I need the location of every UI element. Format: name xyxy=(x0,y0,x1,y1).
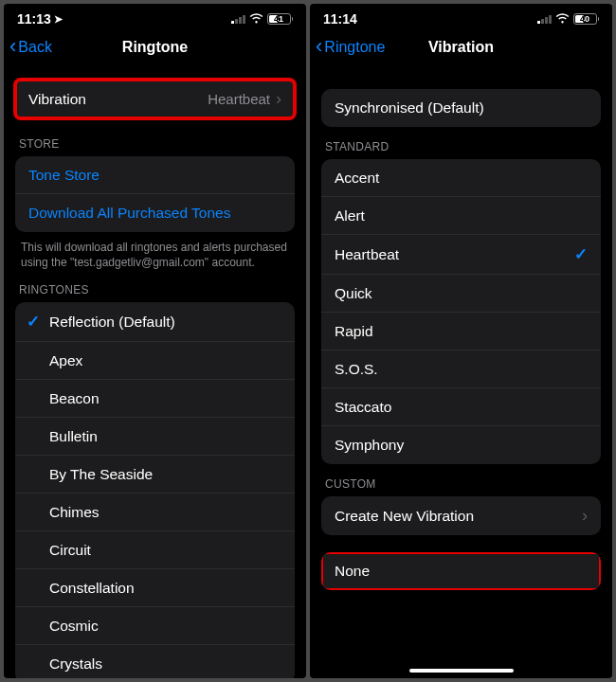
ringtone-label: Beacon xyxy=(47,390,100,407)
synchronised-row[interactable]: Synchronised (Default) xyxy=(321,89,601,127)
vibration-label: Quick xyxy=(335,285,372,302)
chevron-left-icon: ‹ xyxy=(316,36,322,57)
create-vibration-row[interactable]: Create New Vibration › xyxy=(321,496,601,535)
vibration-row-group: Vibration Heartbeat › xyxy=(15,80,295,118)
ringtone-label: Bulletin xyxy=(47,428,98,445)
ringtone-row[interactable]: Circuit xyxy=(15,531,295,569)
ringtones-group: ✓Reflection (Default)ApexBeaconBulletinB… xyxy=(15,302,295,678)
ringtone-row[interactable]: Bulletin xyxy=(15,418,295,456)
chevron-right-icon: › xyxy=(582,506,588,526)
standard-header: STANDARD xyxy=(321,127,601,159)
synchronised-group: Synchronised (Default) xyxy=(321,89,601,127)
ringtone-row[interactable]: By The Seaside xyxy=(15,456,295,494)
vibration-row[interactable]: Alert xyxy=(321,197,601,235)
back-button[interactable]: ‹ Ringtone xyxy=(316,38,385,57)
ringtone-label: Chimes xyxy=(47,504,100,521)
status-time: 11:13 xyxy=(17,11,51,27)
back-label: Back xyxy=(18,39,52,56)
vibration-row[interactable]: Heartbeat✓ xyxy=(321,235,601,275)
vibration-row[interactable]: Vibration Heartbeat › xyxy=(15,80,295,118)
vibration-value: Heartbeat xyxy=(208,91,270,107)
ringtone-label: Cosmic xyxy=(47,618,99,635)
wifi-icon xyxy=(249,12,263,27)
status-bar: 11:14 40 xyxy=(310,4,612,30)
ringtone-row[interactable]: Apex xyxy=(15,342,295,380)
signal-icon xyxy=(231,15,245,24)
vibration-row[interactable]: Symphony xyxy=(321,426,601,464)
ringtone-label: Circuit xyxy=(47,542,91,559)
ringtone-row[interactable]: Chimes xyxy=(15,494,295,531)
vibration-screen: 11:14 40 ‹ Ringtone Vibration Synchronis… xyxy=(310,4,612,678)
custom-header: CUSTOM xyxy=(321,464,601,496)
ringtone-label: Crystals xyxy=(47,655,102,673)
ringtone-row[interactable]: Constellation xyxy=(15,569,295,607)
checkmark-icon: ✓ xyxy=(574,244,588,264)
ringtone-label: Constellation xyxy=(47,580,135,597)
nav-bar: ‹ Ringtone Vibration xyxy=(310,30,612,68)
vibration-row[interactable]: Accent xyxy=(321,159,601,197)
vibration-label: Symphony xyxy=(335,437,404,454)
vibration-label: Rapid xyxy=(335,323,373,340)
vibration-label: Vibration xyxy=(28,91,86,108)
tone-store-row[interactable]: Tone Store xyxy=(15,156,295,194)
back-button[interactable]: ‹ Back xyxy=(9,38,52,57)
store-header: STORE xyxy=(15,118,295,156)
vibration-row[interactable]: Quick xyxy=(321,275,601,313)
wifi-icon xyxy=(555,12,570,27)
download-tones-row[interactable]: Download All Purchased Tones xyxy=(15,194,295,232)
vibration-label: S.O.S. xyxy=(335,361,378,378)
ringtone-row[interactable]: Cosmic xyxy=(15,607,295,645)
ringtone-label: Reflection (Default) xyxy=(47,314,175,331)
ringtones-header: RINGTONES xyxy=(15,270,295,302)
location-icon: ➤ xyxy=(54,13,63,26)
store-group: Tone Store Download All Purchased Tones xyxy=(15,156,295,232)
chevron-right-icon: › xyxy=(276,89,281,109)
status-time: 11:14 xyxy=(323,11,357,27)
vibration-row[interactable]: Rapid xyxy=(321,313,601,350)
ringtone-screen: 11:13 ➤ 41 ‹ Back Ringtone Vibration xyxy=(4,4,306,678)
ringtone-label: By The Seaside xyxy=(47,466,153,483)
signal-icon xyxy=(537,15,552,24)
checkmark-icon: ✓ xyxy=(27,312,47,332)
ringtone-row[interactable]: ✓Reflection (Default) xyxy=(15,302,295,342)
chevron-left-icon: ‹ xyxy=(9,36,16,57)
standard-group: AccentAlertHeartbeat✓QuickRapidS.O.S.Sta… xyxy=(321,159,601,464)
ringtone-row[interactable]: Crystals xyxy=(15,645,295,678)
nav-bar: ‹ Back Ringtone xyxy=(4,30,306,68)
battery-icon: 41 xyxy=(267,13,294,25)
vibration-label: Heartbeat xyxy=(335,246,399,263)
back-label: Ringtone xyxy=(324,39,385,56)
none-row[interactable]: None xyxy=(321,552,601,590)
battery-icon: 40 xyxy=(573,13,600,25)
ringtone-row[interactable]: Beacon xyxy=(15,380,295,418)
vibration-label: Accent xyxy=(335,170,379,187)
vibration-row[interactable]: Staccato xyxy=(321,388,601,426)
vibration-label: Alert xyxy=(335,207,365,224)
store-footer: This will download all ringtones and ale… xyxy=(15,232,295,270)
ringtone-label: Apex xyxy=(47,352,82,369)
status-bar: 11:13 ➤ 41 xyxy=(4,4,306,30)
home-indicator xyxy=(409,669,514,673)
vibration-row[interactable]: S.O.S. xyxy=(321,350,601,388)
vibration-label: Staccato xyxy=(335,399,391,416)
none-group: None xyxy=(321,552,601,590)
custom-group: Create New Vibration › xyxy=(321,496,601,535)
